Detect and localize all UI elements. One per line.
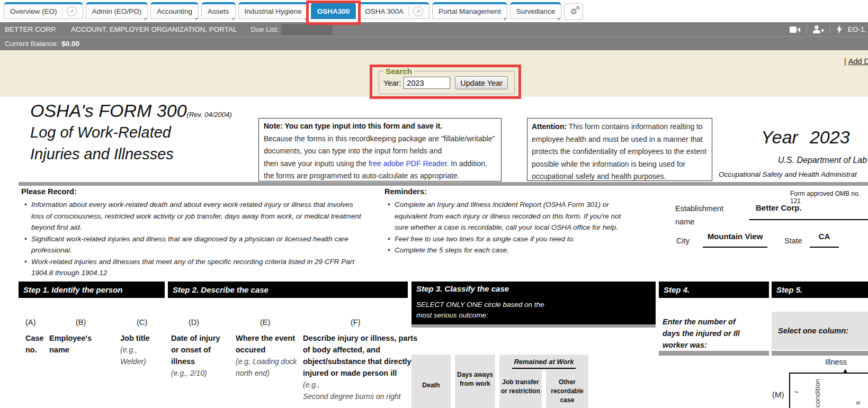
tab-separator: [408, 6, 409, 17]
attention-body: This form contains information realting …: [532, 122, 706, 180]
lightning-icon[interactable]: [836, 25, 843, 34]
year-word: Year: [761, 127, 798, 148]
establishment-value-field[interactable]: Better Corp.: [749, 202, 868, 220]
col-d-letter: (D): [189, 318, 199, 327]
app-screen: Overview (EO) ↗ Admin (EO/PO) Accounting…: [0, 0, 868, 408]
balance-value: $0.00: [61, 40, 79, 48]
state-label: State: [784, 237, 802, 245]
col-a-title: Case no.: [25, 332, 51, 356]
illness-rotated-condition: condition: [813, 379, 821, 407]
content-header-area: |Add D Search Year: Update Year: [0, 50, 868, 96]
due-list-dropdown[interactable]: [282, 24, 333, 35]
col-e-title-text: Where the event occured: [236, 332, 305, 356]
tab-bar: Overview (EO) ↗ Admin (EO/PO) Accounting…: [0, 0, 868, 22]
submenu-fold-icon: [305, 18, 308, 21]
please-record-item: Work-related injuries and illnesses that…: [23, 256, 362, 279]
classify-days-away-cell[interactable]: Days aways from work: [455, 355, 495, 408]
tab-portal-management[interactable]: Portal Management: [432, 2, 507, 19]
tab-overview-eo[interactable]: Overview (EO) ↗: [4, 2, 83, 19]
form-title: OSHA's FORM 300(Rev. 04/2004): [30, 101, 232, 121]
note-line1: Because the forms in this recordkeeping …: [264, 133, 496, 146]
pdf-reader-link[interactable]: free adobe PDF Reader: [369, 159, 447, 168]
classify-job-transfer-cell[interactable]: Job transfer or restriction: [499, 370, 542, 408]
establishment-label-line2: name: [675, 215, 723, 229]
col-f-example-line2: Second degree burns on right: [303, 391, 419, 402]
please-record-item: Information about every work-related dea…: [23, 199, 362, 233]
org-context: ACCOUNT, EMPLOYER ORGANIZATION, PORTAL: [71, 25, 237, 33]
settings-button[interactable]: ⚙ ⚙: [564, 3, 583, 20]
divider: [830, 25, 830, 34]
note-heading: Note: You can type input into this form …: [264, 120, 496, 133]
tab-label: OSHA 300A: [365, 7, 404, 15]
tab-accounting[interactable]: Accounting: [150, 2, 199, 19]
col-d-title: Date of injury or onset of illness (e.g.…: [171, 332, 221, 379]
submenu-fold-icon: [558, 18, 561, 21]
open-in-new-circle-icon[interactable]: ↗: [67, 6, 77, 16]
classify-death-cell[interactable]: Death: [411, 355, 451, 408]
col-d-example: (e.g., 2/10): [171, 367, 221, 379]
search-row: Year: Update Year: [383, 76, 510, 89]
attention-box: Attention: This form contains informatio…: [527, 118, 712, 181]
step3-note-line2: most serious outcome:: [416, 310, 656, 321]
step5-header: Step 5.: [772, 282, 868, 298]
col-b-title: Employee's name: [49, 332, 102, 356]
city-value-field[interactable]: Mountain View: [703, 232, 767, 248]
col-e-example: (e.g, Loading dock north end): [236, 356, 305, 379]
submenu-fold-icon: [504, 18, 507, 21]
department-line: U.S. Department of Lab: [778, 156, 867, 165]
col-a-letter: (A): [25, 318, 35, 327]
tab-label: Admin (EO/PO): [92, 7, 142, 15]
tab-industrial-hygiene[interactable]: Industrial Hygiene: [238, 2, 308, 19]
form-subtitle: Log of Work-Related Injuries and Illness…: [30, 122, 174, 165]
search-panel: Search Year: Update Year: [379, 67, 515, 94]
col-c-title: Job title (e.g., Welder): [120, 332, 163, 367]
city-label: City: [676, 237, 690, 245]
note-line3-pre: then save your inputs using the: [264, 159, 369, 168]
org-bar-actions: EO-1,: [790, 25, 868, 34]
step4-note: Enter the number of days the injured or …: [663, 316, 754, 351]
tab-label: Accounting: [157, 7, 192, 15]
tab-label: Overview (EO): [10, 7, 57, 15]
balance-bar: Current Balance: $0.00: [0, 37, 868, 50]
col-f-title-text: Describe injury or illness, parts of bod…: [303, 332, 419, 379]
step5-underbar: [772, 351, 868, 356]
tab-assets[interactable]: Assets: [201, 2, 236, 19]
gear-small-icon: ⚙: [576, 5, 580, 11]
add-user-icon[interactable]: [813, 25, 824, 33]
entity-code: EO-1,: [848, 25, 866, 33]
establishment-label-line1: Establishment: [675, 202, 723, 215]
video-camera-icon[interactable]: [790, 26, 801, 33]
state-value-field[interactable]: CA: [810, 232, 839, 248]
year-input[interactable]: [404, 77, 450, 89]
step3-note: SELECT ONLY ONE circle based on the most…: [416, 300, 656, 321]
add-link-wrap: |Add D: [844, 57, 868, 66]
open-in-new-circle-icon[interactable]: ↗: [413, 6, 423, 16]
step4-header: Step 4.: [659, 282, 769, 298]
note-line3: then save your inputs using the free ado…: [264, 158, 496, 170]
reminders-heading: Reminders:: [384, 187, 427, 196]
submenu-fold-icon: [145, 18, 147, 21]
tab-osha300[interactable]: OSHA300: [311, 2, 356, 19]
update-year-button[interactable]: Update Year: [455, 76, 508, 89]
add-link[interactable]: Add D: [848, 57, 868, 66]
classify-other-recordable-cell[interactable]: Other recordable case: [546, 370, 588, 408]
col-f-letter: (F): [351, 318, 361, 327]
tab-surveillance[interactable]: Surveillance: [510, 2, 562, 19]
col-e-letter: (E): [260, 318, 270, 327]
step3-header: Step 3. Classify the case SELECT ONLY ON…: [411, 282, 656, 324]
tab-admin-eo-po[interactable]: Admin (EO/PO): [86, 2, 148, 19]
tab-label: OSHA300: [317, 7, 350, 15]
remained-at-work-text: Remained at Work: [512, 358, 575, 369]
tab-osha-300a[interactable]: OSHA 300A ↗: [359, 2, 429, 19]
remained-at-work-header: Remained at Work: [499, 355, 588, 370]
due-list-label: Due List:: [251, 25, 279, 33]
tab-separator: [62, 6, 62, 17]
osha-form-300: OSHA's FORM 300(Rev. 04/2004) Log of Wor…: [0, 96, 868, 408]
reminders-list: Complete an Injury and Illness Incident …: [387, 199, 630, 256]
submenu-fold-icon: [195, 18, 198, 21]
divider: [807, 25, 807, 34]
illness-rotated-fragment: s: [854, 401, 862, 405]
submenu-fold-icon: [232, 18, 235, 21]
step4-underbar: [659, 351, 769, 356]
please-record-list: Information about every work-related dea…: [23, 199, 362, 279]
